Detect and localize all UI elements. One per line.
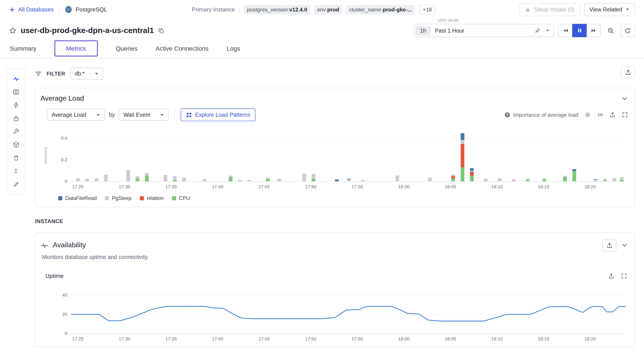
svg-text:18:10: 18:10 xyxy=(491,336,503,341)
copy-icon[interactable] xyxy=(158,27,164,33)
svg-text:17:25: 17:25 xyxy=(72,336,84,341)
svg-text:18:15: 18:15 xyxy=(538,184,549,189)
back-link-label: All Databases xyxy=(18,6,54,13)
importance-help-link[interactable]: ? Importance of average load xyxy=(504,112,578,118)
legend-relation[interactable]: relation xyxy=(140,195,164,201)
uptime-label: Uptime xyxy=(46,272,64,279)
metric-dropdown[interactable]: Average Load xyxy=(47,109,105,121)
availability-card: Availability Monitors database uptime an… xyxy=(35,233,635,347)
topbar-left: All Databases PostgreSQL xyxy=(9,6,107,13)
export-icon xyxy=(625,69,631,75)
topbar: All Databases PostgreSQL Primary Instanc… xyxy=(0,0,644,19)
warning-triangle-icon xyxy=(525,6,531,12)
page-title: user-db-prod-gke-dpn-a-us-central1 xyxy=(21,26,154,35)
rewind-icon xyxy=(562,27,568,33)
group-by-dropdown-value: Wait Event xyxy=(124,112,150,118)
svg-text:0.4: 0.4 xyxy=(61,135,68,140)
back-arrow-icon xyxy=(9,6,15,12)
zoom-out-button[interactable] xyxy=(605,24,616,37)
svg-text:17:45: 17:45 xyxy=(258,184,270,189)
tag-postgres-version-[interactable]: postgres_version:v12.4.0 xyxy=(244,5,310,14)
instance-type-label: Primary Instance xyxy=(192,6,235,13)
package-icon[interactable] xyxy=(10,138,23,151)
more-tags-badge[interactable]: +18 xyxy=(420,5,435,14)
collapse-card-button[interactable] xyxy=(621,95,628,102)
fast-forward-button[interactable] xyxy=(586,24,601,37)
pause-button[interactable] xyxy=(572,24,587,37)
export-icon[interactable] xyxy=(608,273,614,279)
pattern-grid-icon xyxy=(186,112,192,118)
legend-datafileread[interactable]: DataFileRead xyxy=(58,195,97,201)
explore-load-patterns-button[interactable]: Explore Load Patterns xyxy=(181,108,256,121)
tab-logs[interactable]: Logs xyxy=(227,45,240,52)
tag-env-[interactable]: env:prod xyxy=(314,5,342,14)
tag-cluster-name-[interactable]: cluster_name:prod-gke-... xyxy=(346,5,415,14)
refresh-button[interactable] xyxy=(620,24,635,37)
rewind-button[interactable] xyxy=(558,24,573,37)
legend-cpu[interactable]: CPU xyxy=(172,195,190,201)
metric-dropdown-value: Average Load xyxy=(52,112,86,118)
average-load-card: Average Load Average Load by Wait Event xyxy=(35,88,635,207)
time-range-picker[interactable]: UTC-04:00 1h Past 1 Hour xyxy=(414,24,554,37)
tab-metrics[interactable]: Metrics xyxy=(54,40,98,56)
tab-summary[interactable]: Summary xyxy=(10,45,36,52)
legend-pgsleep[interactable]: PgSleep xyxy=(105,195,131,201)
svg-text:17:35: 17:35 xyxy=(165,336,176,341)
tab-queries[interactable]: Queries xyxy=(116,45,137,52)
filter-db-dropdown[interactable]: db:* xyxy=(70,68,103,79)
wrench-icon[interactable] xyxy=(10,125,23,138)
average-load-chart[interactable]: 00.20.4Sessions17:2517:3017:3517:4017:45… xyxy=(40,127,631,195)
availability-description: Monitors database uptime and connectivit… xyxy=(42,254,628,260)
time-nav-group xyxy=(558,24,601,37)
export-page-button[interactable] xyxy=(621,66,635,78)
load-chart-toolbar: ? Importance of average load xyxy=(504,112,628,118)
trash-icon[interactable] xyxy=(10,151,23,164)
chevron-down-icon xyxy=(94,71,99,76)
export-icon xyxy=(606,242,612,248)
table-icon[interactable] xyxy=(10,85,23,99)
explore-load-patterns-label: Explore Load Patterns xyxy=(195,112,250,118)
timezone-label: UTC-04:00 xyxy=(438,18,458,23)
view-related-button[interactable]: View Related xyxy=(584,3,635,16)
export-icon[interactable] xyxy=(610,112,616,118)
question-circle-icon: ? xyxy=(504,112,510,118)
postgresql-logo-icon xyxy=(65,6,72,13)
pencil-icon[interactable] xyxy=(10,178,23,191)
icon-rail: Σ xyxy=(6,68,26,195)
watchdog-icon[interactable] xyxy=(597,112,603,118)
back-all-databases-link[interactable]: All Databases xyxy=(9,6,54,13)
svg-text:Sessions: Sessions xyxy=(43,147,48,164)
uptime-chart[interactable]: 0204017:2517:3017:3517:4017:4517:5017:55… xyxy=(40,285,631,347)
svg-text:18:20: 18:20 xyxy=(584,336,596,341)
time-range-label: Past 1 Hour xyxy=(435,27,464,33)
svg-text:18:15: 18:15 xyxy=(538,336,549,341)
fullscreen-icon[interactable] xyxy=(622,112,628,118)
favorite-star-icon[interactable] xyxy=(9,27,16,34)
svg-text:0.2: 0.2 xyxy=(61,157,68,162)
filter-icon xyxy=(35,70,42,77)
divider xyxy=(239,6,240,13)
lock-icon[interactable] xyxy=(10,112,23,125)
svg-text:0: 0 xyxy=(65,179,67,184)
svg-text:17:40: 17:40 xyxy=(212,184,223,189)
export-availability-button[interactable] xyxy=(602,239,616,252)
lightning-icon[interactable] xyxy=(10,98,23,112)
tab-active-connections[interactable]: Active Connections xyxy=(156,45,208,52)
sigma-icon[interactable]: Σ xyxy=(10,164,23,178)
gear-icon[interactable] xyxy=(585,112,591,118)
average-load-header: Average Load xyxy=(36,88,634,104)
svg-text:17:25: 17:25 xyxy=(72,184,84,189)
chevron-down-icon[interactable] xyxy=(621,242,628,249)
pin-icon[interactable] xyxy=(535,27,540,33)
product-label: PostgreSQL xyxy=(65,6,107,13)
chevron-down-icon[interactable] xyxy=(546,28,550,32)
uptime-header: Uptime xyxy=(46,272,627,279)
filter-db-value: db:* xyxy=(75,70,85,77)
average-load-chart-svg: 00.20.4Sessions17:2517:3017:3517:4017:45… xyxy=(40,127,636,195)
average-load-title: Average Load xyxy=(40,94,84,103)
fullscreen-icon[interactable] xyxy=(621,273,627,279)
pulse-icon[interactable] xyxy=(10,72,23,85)
time-range-chip[interactable]: 1h xyxy=(416,26,431,35)
setup-issues-button[interactable]: Setup Issues (0) xyxy=(520,3,580,16)
group-by-dropdown[interactable]: Wait Event xyxy=(119,109,168,121)
